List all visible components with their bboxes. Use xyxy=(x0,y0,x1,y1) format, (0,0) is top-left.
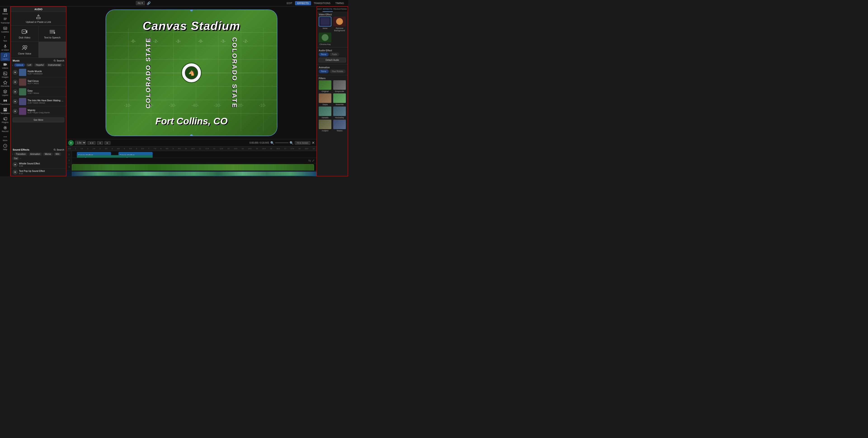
text-to-speech-tool[interactable]: Text to Speech xyxy=(39,26,66,41)
sidebar-item-plugins[interactable]: Plugins xyxy=(0,116,10,124)
right-tab-timing[interactable]: TIMING xyxy=(347,7,348,12)
play-whistle[interactable] xyxy=(13,162,18,167)
fit-screen-button[interactable]: Fit to Screen xyxy=(295,141,310,145)
sfx-tag-transition[interactable]: Transition xyxy=(14,152,28,156)
sfx-tag-win[interactable]: Win xyxy=(54,152,61,156)
sidebar-item-videos[interactable]: Videos xyxy=(0,61,10,70)
right-tab-edit[interactable]: EDIT xyxy=(317,7,322,12)
filter-tetans[interactable]: Tetans xyxy=(333,120,346,132)
tab-edit[interactable]: EDIT xyxy=(284,1,294,5)
play-easy[interactable] xyxy=(13,89,18,94)
sidebar-item-more[interactable]: More xyxy=(0,134,10,142)
sidebar-item-templates[interactable]: Templates xyxy=(0,107,10,115)
effect-remove-bg[interactable]: Remove Background xyxy=(333,17,346,32)
filter-hockaday[interactable]: Hockaday xyxy=(333,107,346,119)
tab-transitions[interactable]: TRANSITIONS xyxy=(311,1,333,5)
sfx-item-text-popup[interactable]: Text Pop Up Sound Effect 0:11 xyxy=(11,169,66,176)
handle-bottom-mid[interactable] xyxy=(190,134,193,136)
audio-effect-none-btn[interactable]: None xyxy=(319,53,329,56)
sidebar-item-help[interactable]: ? Help xyxy=(0,143,10,151)
filter-original[interactable]: Original xyxy=(318,80,332,92)
music-item-sad-circus[interactable]: Sad Circus 4:27 • JNGS xyxy=(11,77,66,87)
sidebar-item-media[interactable]: Media xyxy=(0,7,10,16)
speed-selector[interactable]: 1.0x 0.5x 1.5x 2.0x xyxy=(75,141,86,145)
filter-yosemite[interactable]: Yosemite xyxy=(333,93,346,106)
music-item-easy[interactable]: Easy 1:58 • Wowa xyxy=(11,87,66,97)
sfx-tag-meme[interactable]: Meme xyxy=(43,152,53,156)
music-tag-instrumental[interactable]: Instrumental xyxy=(46,63,62,67)
loop-icon[interactable]: ⇆ xyxy=(308,159,311,163)
filter-xanadu[interactable]: Xanadu xyxy=(318,107,332,119)
audio-effect-fade-btn[interactable]: Fade xyxy=(330,53,339,56)
see-more-button[interactable]: See More xyxy=(13,118,64,122)
sidebar-item-transitions[interactable]: Transitions xyxy=(0,98,10,106)
music-item-hustle-muscle[interactable]: Hustle Muscle 5:20 • eckskwisit xyxy=(11,68,66,77)
fit-button[interactable]: Fit ▾ xyxy=(136,1,145,5)
right-tab-effects[interactable]: EFFECTS xyxy=(322,7,333,12)
svg-rect-1 xyxy=(5,8,6,10)
play-majesty[interactable] xyxy=(13,109,18,114)
sfx-search-btn[interactable]: Search xyxy=(54,149,64,151)
music-tag-lofi[interactable]: Lofi xyxy=(26,63,33,67)
music-item-majesty[interactable]: Majesty 6:26 • Ryan Craig Martin xyxy=(11,107,66,116)
zoom-slider[interactable] xyxy=(275,142,289,143)
detach-audio-button[interactable]: Detach Audio xyxy=(319,58,346,62)
music-tag-upbeat[interactable]: Upbeat xyxy=(14,63,25,67)
sfx-item-whistle[interactable]: Whistle Sound Effect 0:06 xyxy=(11,161,66,169)
music-search-btn[interactable]: Search xyxy=(54,59,64,62)
track-label-3: 3 xyxy=(66,163,72,171)
upload-tool[interactable]: Upload or Paste a Link xyxy=(11,12,66,26)
zoom-in-icon[interactable]: 🔍 xyxy=(289,141,293,145)
majesty-title: Majesty xyxy=(28,109,64,112)
effect-none[interactable]: None xyxy=(318,17,332,32)
svg-text:?: ? xyxy=(4,145,6,147)
sfx-tag-animation[interactable]: Animation xyxy=(29,152,42,156)
sidebar-item-images[interactable]: Images xyxy=(0,70,10,79)
track-label-1: 1 xyxy=(66,151,72,157)
scroll-sfx-right-icon[interactable]: › xyxy=(20,157,21,160)
music-tag-hopeful[interactable]: Hopeful xyxy=(34,63,45,67)
clone-voice-tool[interactable]: Clone Voice xyxy=(11,42,38,58)
anim-hue-rotate-btn[interactable]: Hue Rotate xyxy=(330,69,346,73)
sidebar-item-audio[interactable]: Audio xyxy=(0,53,10,61)
play-intro[interactable] xyxy=(13,99,18,104)
filter-sepia[interactable]: Sepia xyxy=(318,93,332,106)
play-sad-circus[interactable] xyxy=(13,80,18,85)
play-text-popup[interactable] xyxy=(13,170,18,175)
sidebar-item-record[interactable]: Record xyxy=(0,125,10,134)
prev-frame-button[interactable]: ◄ xyxy=(97,141,103,145)
track-content-1: Canvas Stadium Canvas Stadium Fort Colli… xyxy=(72,151,316,157)
sidebar-item-ai-voice[interactable]: AI Voice xyxy=(0,43,10,52)
sidebar-item-transcript[interactable]: Transcript xyxy=(0,16,10,25)
music-item-intro[interactable]: The Intro We Have Been Waiting For 2:28 … xyxy=(11,97,66,107)
sidebar-item-layers[interactable]: Layers xyxy=(0,89,10,97)
scroll-sfx-left-icon[interactable]: ‹ xyxy=(12,152,13,156)
handle-bottom-right[interactable] xyxy=(276,134,277,136)
sidebar-item-elements[interactable]: Elements xyxy=(0,80,10,88)
sidebar-item-subtitles[interactable]: Subtitles xyxy=(0,25,10,34)
right-tab-transitions[interactable]: TRANSITIONS xyxy=(333,7,347,12)
resize-icon[interactable]: ⤢ xyxy=(312,159,315,163)
main-play-button[interactable] xyxy=(68,140,74,146)
trim-button[interactable]: ◄◄ xyxy=(88,141,96,145)
handle-top-right[interactable] xyxy=(276,9,277,11)
play-hustle-muscle[interactable] xyxy=(13,70,18,75)
scroll-right-icon[interactable]: › xyxy=(63,63,64,67)
effect-chroma-key[interactable]: Chroma Key xyxy=(318,33,332,46)
filter-grayscale[interactable]: Grayscale xyxy=(333,80,346,92)
filter-andpict[interactable]: Andpict xyxy=(318,120,332,132)
scroll-left-icon[interactable]: ‹ xyxy=(12,63,13,67)
anim-none-btn[interactable]: None xyxy=(319,69,329,73)
track-clip-video[interactable] xyxy=(72,164,314,171)
svg-point-28 xyxy=(4,137,4,137)
close-timeline-icon[interactable]: ✕ xyxy=(312,141,315,145)
sfx-tag-gai[interactable]: Gai xyxy=(12,157,20,160)
tab-effects[interactable]: EFFECTS xyxy=(295,1,311,5)
svg-text:-40-: -40- xyxy=(191,103,199,108)
sidebar-item-text[interactable]: T Text xyxy=(0,34,10,43)
track-clip-fort-collins-2[interactable]: Fort Collins, CO xyxy=(119,155,153,157)
next-frame-button[interactable]: ► xyxy=(104,141,111,145)
dub-video-tool[interactable]: Dub Video xyxy=(11,26,38,41)
tab-timing[interactable]: TIMING xyxy=(333,1,346,5)
zoom-out-icon[interactable]: 🔍 xyxy=(270,141,274,145)
